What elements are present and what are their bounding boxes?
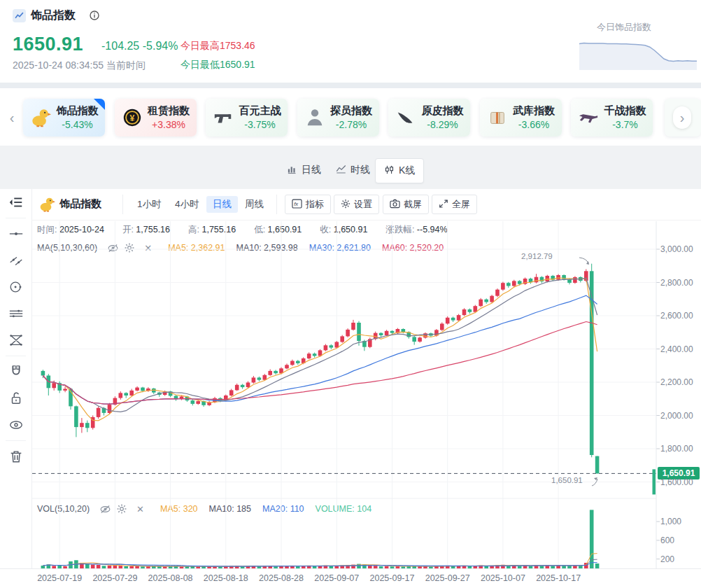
- y-axis-label: 2,600.00: [660, 311, 698, 321]
- index-chart-icon: [13, 9, 26, 22]
- day-high: 今日最高1753.46: [180, 40, 255, 52]
- index-card-percent: -5.43%: [54, 119, 101, 130]
- info-icon[interactable]: [89, 10, 100, 21]
- chart-panel: 饰品指数 1小时 4小时 日线 周线 fx 指标 设置 截屏 全屏: [0, 189, 701, 588]
- x-axis-label: 2025-10-07: [474, 573, 532, 583]
- y-axis-label: 1,800.00: [660, 444, 698, 454]
- index-card-5[interactable]: 原皮指数-8.29%: [388, 99, 470, 136]
- index-card-percent: -8.29%: [419, 119, 466, 130]
- kline-chart[interactable]: [0, 189, 701, 588]
- svg-text:¥: ¥: [129, 113, 134, 123]
- pistol-icon: [213, 107, 234, 128]
- index-card-name: 租赁指数: [146, 104, 192, 118]
- index-card-4[interactable]: 探员指数-2.78%: [297, 99, 379, 136]
- knife-icon: [395, 107, 416, 128]
- today-sparkline: [578, 35, 698, 73]
- bar-chart-icon: [287, 164, 297, 176]
- divider-band: [0, 83, 701, 88]
- high-annotation: 2,912.79: [521, 252, 553, 260]
- low-annotation: 1,650.91: [551, 476, 583, 484]
- index-card-6[interactable]: 武库指数-3.66%: [480, 99, 562, 136]
- index-card-name: 原皮指数: [419, 104, 466, 118]
- index-card-percent: -3.75%: [236, 119, 283, 130]
- index-cards-row: ‹ 饰品指数-5.43%¥租赁指数+3.38%百元主战-3.75%探员指数-2.…: [0, 88, 701, 146]
- x-axis-label: 2025-09-17: [362, 573, 421, 583]
- app: 饰品指数 1650.91 -104.25 -5.94% 2025-10-24 0…: [0, 0, 701, 588]
- tab-label: K线: [399, 164, 415, 177]
- candlestick-icon: [384, 164, 395, 177]
- page-title: 饰品指数: [31, 8, 76, 23]
- price-change: -104.25 -5.94%: [101, 40, 178, 52]
- tab-label: 时线: [350, 164, 370, 176]
- x-axis-label: 2025-08-18: [197, 573, 255, 583]
- volume-axis-label: 600: [660, 536, 698, 545]
- view-tab-strip: 日线 时线 K线: [0, 146, 701, 189]
- x-axis: 2025-07-192025-07-292025-08-082025-08-18…: [0, 568, 701, 588]
- x-axis-label: 2025-07-19: [30, 573, 89, 583]
- x-axis-label: 2025-09-07: [307, 573, 366, 583]
- coin-icon: ¥: [122, 107, 143, 128]
- index-card-percent: -2.78%: [328, 119, 375, 130]
- header: 饰品指数 1650.91 -104.25 -5.94% 2025-10-24 0…: [0, 0, 701, 83]
- index-card-3[interactable]: 百元主战-3.75%: [206, 99, 288, 136]
- index-card-2[interactable]: ¥租赁指数+3.38%: [115, 99, 197, 136]
- current-price: 1650.91: [13, 34, 83, 55]
- volume-axis-label: 200: [660, 554, 698, 564]
- tab-day-line[interactable]: 日线: [278, 158, 330, 182]
- index-card-name: 探员指数: [328, 104, 375, 118]
- y-axis-label: 2,200.00: [660, 377, 698, 387]
- agent-icon: [304, 107, 325, 128]
- index-card-percent: +3.38%: [146, 119, 192, 130]
- x-axis-label: 2025-08-28: [252, 573, 311, 583]
- tab-kline[interactable]: K线: [375, 158, 424, 183]
- day-low: 今日最低1650.91: [180, 59, 255, 71]
- cards-scroll-right[interactable]: ›: [673, 106, 691, 129]
- rifle-icon: [578, 107, 599, 128]
- y-axis-label: 2,000.00: [660, 411, 698, 421]
- index-card-percent: -3.7%: [602, 119, 649, 130]
- tab-label: 日线: [302, 164, 321, 176]
- duck-icon: [30, 107, 51, 128]
- case-icon: [487, 107, 508, 128]
- index-card-name: 千战指数: [602, 104, 649, 118]
- current-time: 2025-10-24 08:34:55 当前时间: [13, 59, 146, 72]
- index-card-7[interactable]: 千战指数-3.7%: [571, 99, 653, 136]
- cards-scroll-left[interactable]: ‹: [3, 106, 21, 129]
- y-axis-label: 2,400.00: [660, 344, 698, 354]
- volume-axis-label: 1,000: [660, 517, 698, 526]
- index-card-name: 百元主战: [236, 104, 283, 118]
- x-axis-label: 2025-10-17: [529, 573, 588, 583]
- index-card-percent: -3.66%: [511, 119, 558, 130]
- y-axis-label: 3,000.00: [660, 244, 698, 254]
- y-axis-label: 2,800.00: [660, 278, 698, 288]
- spark-title: 今日饰品指数: [597, 21, 651, 34]
- tab-time-line[interactable]: 时线: [327, 158, 378, 182]
- index-card-name: 武库指数: [511, 104, 558, 118]
- y-axis-label: 1,600.00: [660, 477, 698, 487]
- line-chart-icon: [336, 164, 346, 176]
- selected-corner: [94, 99, 105, 110]
- x-axis-label: 2025-08-08: [141, 573, 200, 583]
- index-card-1[interactable]: 饰品指数-5.43%: [23, 99, 105, 136]
- x-axis-label: 2025-09-27: [418, 573, 477, 583]
- x-axis-label: 2025-07-29: [85, 573, 144, 583]
